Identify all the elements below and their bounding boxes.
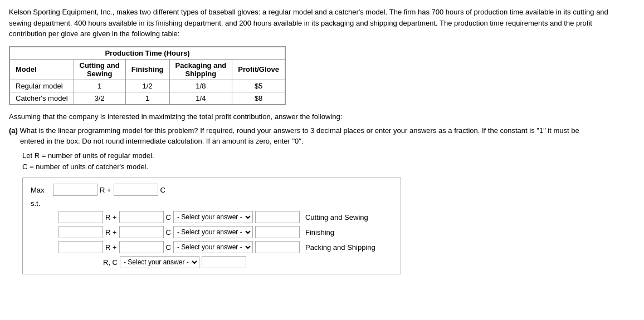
problem-text: Kelson Sporting Equipment, Inc., makes t… bbox=[9, 7, 635, 40]
c1-r-plus: R + bbox=[105, 213, 117, 221]
c3-c-input[interactable] bbox=[119, 241, 164, 253]
let-r: Let R = number of units of regular model… bbox=[22, 150, 635, 162]
max-c-input[interactable] bbox=[114, 184, 158, 196]
row1-model: Regular model bbox=[10, 80, 74, 92]
c3-select[interactable]: - Select your answer - ≤ ≥ = bbox=[173, 241, 253, 253]
problem-line1: Kelson Sporting Equipment, Inc., makes t… bbox=[9, 8, 608, 16]
col-packaging-header: Packaging andShipping bbox=[169, 59, 232, 80]
question-a-text2: entered in the box. Do not round interme… bbox=[20, 137, 304, 145]
question-a-text: What is the linear programming model for… bbox=[20, 126, 579, 135]
c2-rhs-input[interactable] bbox=[255, 226, 300, 238]
c1-c-label: C bbox=[166, 213, 171, 221]
problem-line2: sewing department, 400 hours available i… bbox=[9, 19, 592, 27]
c2-c-label: C bbox=[166, 228, 171, 237]
problem-line3: contribution per glove are given in the … bbox=[9, 29, 179, 38]
row2-cutting: 3/2 bbox=[74, 92, 125, 104]
col-profit-header: Profit/Glove bbox=[232, 59, 285, 80]
max-r-input[interactable] bbox=[53, 184, 97, 196]
c1-select[interactable]: - Select your answer - ≤ ≥ = bbox=[173, 211, 253, 223]
c3-r-plus: R + bbox=[105, 243, 117, 252]
row2-finishing: 1 bbox=[125, 92, 169, 104]
production-table: Production Time (Hours) Model Cutting an… bbox=[9, 47, 285, 105]
c1-label: Cutting and Sewing bbox=[305, 213, 368, 221]
st-label: s.t. bbox=[31, 199, 51, 208]
assuming-text: Assuming that the company is interested … bbox=[9, 112, 635, 121]
st-rows: R + C - Select your answer - ≤ ≥ = Cutti… bbox=[58, 211, 393, 268]
table-row: Regular model 1 1/2 1/8 $5 bbox=[10, 80, 285, 92]
lp-box: Max R + C s.t. R + C - Select your answe… bbox=[22, 178, 401, 274]
row1-profit: $5 bbox=[232, 80, 285, 92]
c3-r-input[interactable] bbox=[58, 241, 103, 253]
c2-r-input[interactable] bbox=[58, 226, 103, 238]
table-row: Catcher's model 3/2 1 1/4 $8 bbox=[10, 92, 285, 104]
rc-row: R, C - Select your answer - ≤ ≥ = bbox=[103, 256, 393, 268]
row2-model: Catcher's model bbox=[10, 92, 74, 104]
row1-packaging: 1/8 bbox=[169, 80, 232, 92]
rc-rhs-input[interactable] bbox=[202, 256, 246, 268]
constraint-row-2: R + C - Select your answer - ≤ ≥ = Finis… bbox=[58, 226, 393, 238]
st-label-row: s.t. bbox=[31, 199, 393, 208]
rc-select[interactable]: - Select your answer - ≤ ≥ = bbox=[120, 256, 199, 268]
c1-c-input[interactable] bbox=[119, 211, 164, 223]
c3-label: Packing and Shipping bbox=[305, 243, 375, 252]
constraint-row-3: R + C - Select your answer - ≤ ≥ = Packi… bbox=[58, 241, 393, 253]
let-c: C = number of units of catcher's model. bbox=[22, 161, 635, 173]
c2-label: Finishing bbox=[305, 228, 334, 237]
c2-select[interactable]: - Select your answer - ≤ ≥ = bbox=[173, 226, 253, 238]
let-vars: Let R = number of units of regular model… bbox=[22, 150, 635, 174]
max-c-label: C bbox=[160, 186, 165, 194]
c3-c-label: C bbox=[166, 243, 171, 252]
production-time-header: Production Time (Hours) bbox=[10, 47, 285, 59]
c1-r-input[interactable] bbox=[58, 211, 103, 223]
production-table-container: Production Time (Hours) Model Cutting an… bbox=[9, 46, 286, 105]
question-a-label: (a) bbox=[9, 126, 18, 135]
col-model-header: Model bbox=[10, 59, 74, 80]
col-finishing-header: Finishing bbox=[125, 59, 169, 80]
max-row: Max R + C bbox=[31, 184, 393, 196]
row2-packaging: 1/4 bbox=[169, 92, 232, 104]
row1-finishing: 1/2 bbox=[125, 80, 169, 92]
col-cutting-header: Cutting andSewing bbox=[74, 59, 125, 80]
c3-rhs-input[interactable] bbox=[255, 241, 300, 253]
c1-rhs-input[interactable] bbox=[255, 211, 300, 223]
c2-c-input[interactable] bbox=[119, 226, 164, 238]
c2-r-plus: R + bbox=[105, 228, 117, 237]
row1-cutting: 1 bbox=[74, 80, 125, 92]
row2-profit: $8 bbox=[232, 92, 285, 104]
max-r-plus: R + bbox=[100, 186, 111, 194]
rc-label: R, C bbox=[103, 258, 118, 267]
question-a: (a) What is the linear programming model… bbox=[9, 125, 635, 147]
max-label: Max bbox=[31, 186, 51, 194]
constraint-row-1: R + C - Select your answer - ≤ ≥ = Cutti… bbox=[58, 211, 393, 223]
